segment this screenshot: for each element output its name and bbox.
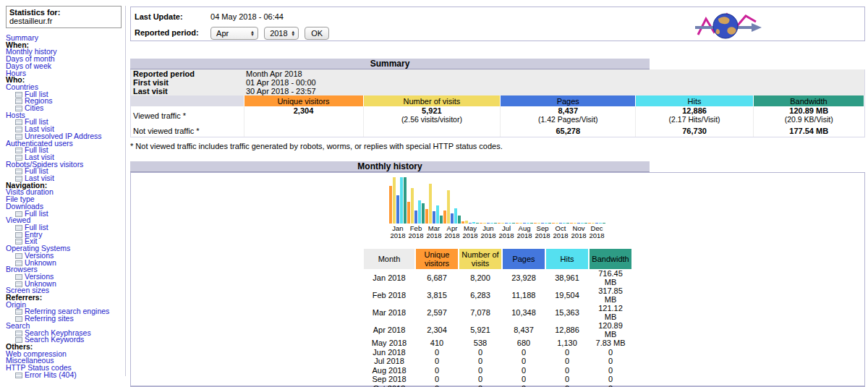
chart-bar: [548, 223, 551, 224]
value-cell: 0: [590, 384, 631, 387]
not-viewed-traffic-row: Not viewed traffic *65,27876,730177.54 M…: [131, 125, 864, 137]
last-update-label: Last Update:: [135, 12, 208, 21]
chart-bar: [599, 223, 602, 224]
value-cell: 538: [459, 339, 501, 348]
chart-bar: [584, 223, 587, 224]
viewed-traffic-value: 120.89 MB(20.9 KB/Visit): [753, 106, 864, 125]
sidebar-item[interactable]: Full list: [6, 168, 122, 175]
sidebar-item[interactable]: Full list: [6, 91, 122, 98]
value-cell: 0: [590, 375, 631, 384]
monthly-table-row: Aug 201800000: [364, 366, 631, 375]
chart-bar: [440, 216, 443, 224]
monthly-history-section-title: Monthly history: [130, 161, 650, 172]
chart-bar: [537, 223, 540, 224]
month-select[interactable]: Apr ▲▼: [210, 27, 258, 40]
value-cell: 410: [416, 339, 458, 348]
ok-button[interactable]: OK: [305, 27, 329, 40]
chart-bar: [429, 184, 432, 224]
value-cell: 0: [416, 384, 458, 387]
chart-month-year: 2018: [534, 232, 551, 239]
summary-info-label: Last visit: [131, 87, 244, 95]
chart-bar: [570, 223, 573, 224]
chart-bar-group: [498, 177, 515, 224]
chart-bar-group: [516, 177, 533, 224]
chart-bar: [393, 177, 396, 224]
not-viewed-traffic-label: Not viewed traffic *: [131, 125, 244, 137]
value-cell: 1,130: [546, 339, 588, 348]
sidebar-item[interactable]: Full list: [6, 147, 122, 154]
chart-bar: [451, 213, 454, 224]
chart-month-label: Oct2018: [552, 225, 569, 239]
monthly-table-row: Jun 201800000: [364, 348, 631, 357]
year-select[interactable]: 2018 ▲▼: [264, 27, 299, 40]
sidebar-item[interactable]: Robots/Spiders visitors: [6, 161, 122, 169]
month-cell: Oct 2018: [364, 384, 414, 387]
chart-month-label: Sep2018: [534, 225, 551, 239]
not-viewed-traffic-value: [363, 125, 501, 137]
table-icon: [15, 127, 22, 132]
viewed-traffic-value: 2,304: [244, 106, 363, 125]
sidebar: Statistics for: destailleur.fr SummaryWh…: [6, 6, 122, 378]
chart-bar: [461, 221, 464, 224]
value-cell: 10,348: [503, 304, 545, 321]
reported-period-label: Reported period:: [135, 28, 208, 37]
chart-bar: [422, 203, 425, 224]
chart-bar: [581, 223, 584, 224]
value-cell: 0: [459, 357, 501, 366]
value-cell: 0: [546, 384, 588, 387]
value-cell: 0: [503, 384, 545, 387]
value-cell: 11,188: [503, 286, 545, 304]
value-sub: (2.17 Hits/Visit): [638, 115, 751, 124]
sidebar-item[interactable]: Authenticated users: [6, 140, 122, 148]
sidebar-divider: [125, 6, 126, 376]
sidebar-item-label: Cities: [25, 103, 43, 112]
month-cell: Sep 2018: [364, 375, 414, 384]
viewed-traffic-row: Viewed traffic *2,3045,921(2.56 visits/v…: [131, 106, 864, 125]
value-sub: (1.42 Pages/Visit): [503, 115, 633, 124]
chart-bar-group: [407, 177, 425, 224]
table-icon: [15, 169, 22, 174]
monthly-column-header-pages: Pages: [503, 249, 545, 269]
table-icon: [15, 373, 22, 378]
chart-bar: [519, 223, 522, 224]
value-main: 2,304: [247, 106, 361, 115]
chart-month-label: Jul2018: [498, 225, 515, 239]
sidebar-item[interactable]: Downloads: [6, 203, 122, 210]
table-icon: [15, 119, 22, 125]
chart-bar: [443, 210, 446, 224]
chart-bar: [490, 223, 493, 224]
year-select-value: 2018: [270, 29, 287, 38]
value-cell: 0: [416, 348, 458, 357]
last-update-value: 04 May 2018 - 06:44: [210, 12, 284, 21]
sidebar-item[interactable]: Viewed: [6, 217, 122, 224]
sidebar-item[interactable]: Operating Systems: [6, 245, 122, 252]
month-cell: May 2018: [364, 339, 414, 348]
sidebar-item[interactable]: Error Hits (404): [6, 372, 122, 379]
chart-month-year: 2018: [443, 232, 461, 239]
select-arrows-icon: ▲▼: [250, 30, 255, 36]
sidebar-item[interactable]: Versions: [6, 273, 122, 281]
summary-info-label: First visit: [131, 78, 244, 87]
sidebar-item[interactable]: Entry: [6, 231, 122, 239]
column-header-bandwidth: Bandwidth: [753, 95, 864, 106]
sidebar-item[interactable]: Countries: [6, 84, 122, 91]
monthly-table-row: Jul 201800000: [364, 357, 631, 366]
column-header-hits: Hits: [636, 95, 754, 106]
site-name: destailleur.fr: [9, 17, 118, 25]
value-cell: 0: [546, 375, 588, 384]
monthly-history-table: MonthUnique visitorsNumber of visitsPage…: [362, 249, 633, 387]
value-cell: 0: [459, 384, 501, 387]
monthly-column-header-number-of-visits: Number of visits: [459, 249, 501, 269]
sidebar-item[interactable]: Full list: [6, 119, 122, 126]
sidebar-item[interactable]: Full list: [6, 224, 122, 231]
chart-bar-group: [389, 177, 407, 224]
month-cell: Jul 2018: [364, 357, 414, 366]
value-main: 120.89 MB: [756, 106, 862, 115]
summary-info-value: 30 Apr 2018 - 23:57: [244, 87, 864, 95]
sidebar-item[interactable]: Hosts: [6, 112, 122, 119]
sidebar-item[interactable]: Regions: [6, 98, 122, 105]
sidebar-item[interactable]: Browsers: [6, 266, 122, 273]
month-cell: Mar 2018: [364, 304, 414, 321]
value-cell: 0: [416, 357, 458, 366]
sidebar-item[interactable]: Versions: [6, 252, 122, 260]
